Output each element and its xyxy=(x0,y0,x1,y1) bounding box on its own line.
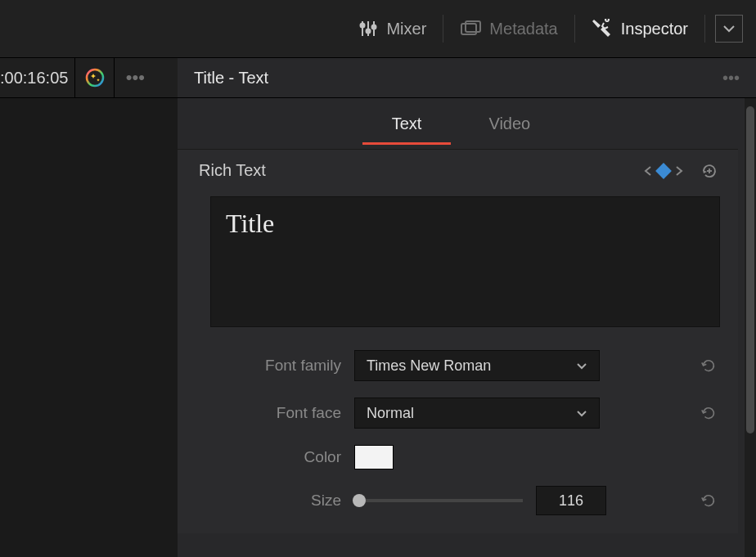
svg-rect-7 xyxy=(466,21,480,32)
color-swatch-button[interactable] xyxy=(354,445,394,469)
metadata-icon xyxy=(460,20,481,37)
size-input[interactable]: 116 xyxy=(536,486,606,515)
font-face-dropdown[interactable]: Normal xyxy=(354,398,600,429)
panel-title: Title - Text xyxy=(194,69,268,88)
font-family-value: Times New Roman xyxy=(367,357,491,375)
timecode-display: :00:16:05 xyxy=(0,58,75,97)
svg-point-1 xyxy=(361,24,365,28)
expand-dropdown-button[interactable] xyxy=(715,15,743,43)
inspector-button[interactable]: Inspector xyxy=(575,12,704,45)
undo-icon xyxy=(700,357,717,374)
font-family-dropdown[interactable]: Times New Roman xyxy=(354,350,600,381)
metadata-button[interactable]: Metadata xyxy=(443,12,574,45)
font-family-reset-button[interactable] xyxy=(697,357,720,374)
font-face-reset-button[interactable] xyxy=(697,405,720,421)
font-face-value: Normal xyxy=(367,405,414,422)
text-content-input[interactable]: Title xyxy=(210,196,720,327)
magic-tool-button[interactable] xyxy=(75,58,115,97)
tab-text[interactable]: Text xyxy=(387,101,427,146)
size-value: 116 xyxy=(559,492,583,510)
mixer-button[interactable]: Mixer xyxy=(342,12,443,45)
mixer-icon xyxy=(358,20,378,38)
reset-circle-icon xyxy=(700,162,718,180)
text-content[interactable]: Title xyxy=(226,209,704,239)
undo-icon xyxy=(700,405,717,421)
svg-point-3 xyxy=(367,29,371,34)
svg-point-8 xyxy=(87,70,103,86)
chevron-right-icon xyxy=(674,165,684,177)
metadata-label: Metadata xyxy=(489,20,557,38)
sparkle-icon xyxy=(85,68,105,88)
mixer-label: Mixer xyxy=(386,20,426,38)
size-slider-thumb[interactable] xyxy=(353,494,366,507)
panel-scrollbar[interactable] xyxy=(745,98,756,557)
svg-point-5 xyxy=(372,25,376,29)
font-family-label: Font family xyxy=(210,357,341,375)
inspector-label: Inspector xyxy=(621,20,688,38)
font-face-label: Font face xyxy=(210,404,341,422)
chevron-down-icon xyxy=(722,25,736,33)
keyframe-diamond-icon xyxy=(655,163,672,179)
chevron-left-icon xyxy=(643,165,653,177)
tab-video[interactable]: Video xyxy=(484,101,535,146)
tab-text-label: Text xyxy=(392,115,422,133)
chevron-down-icon xyxy=(576,410,587,417)
inspector-icon xyxy=(592,19,613,38)
size-reset-button[interactable] xyxy=(697,492,720,509)
chevron-down-icon xyxy=(576,362,587,370)
keyframe-nav[interactable] xyxy=(643,165,684,177)
add-keyframe-button[interactable] xyxy=(700,162,718,180)
section-title: Rich Text xyxy=(199,161,266,180)
svg-rect-6 xyxy=(461,24,476,34)
scrollbar-thumb[interactable] xyxy=(746,106,754,433)
color-label: Color xyxy=(210,448,341,466)
timecode-value: :00:16:05 xyxy=(0,69,68,88)
more-options-button[interactable]: ••• xyxy=(115,58,155,97)
size-label: Size xyxy=(210,492,341,510)
size-slider[interactable] xyxy=(359,499,523,502)
undo-icon xyxy=(700,492,717,509)
panel-more-button[interactable]: ••• xyxy=(722,69,740,88)
tab-video-label: Video xyxy=(488,115,530,133)
left-gutter xyxy=(0,98,178,557)
ellipsis-icon: ••• xyxy=(126,67,145,88)
separator xyxy=(704,15,705,43)
